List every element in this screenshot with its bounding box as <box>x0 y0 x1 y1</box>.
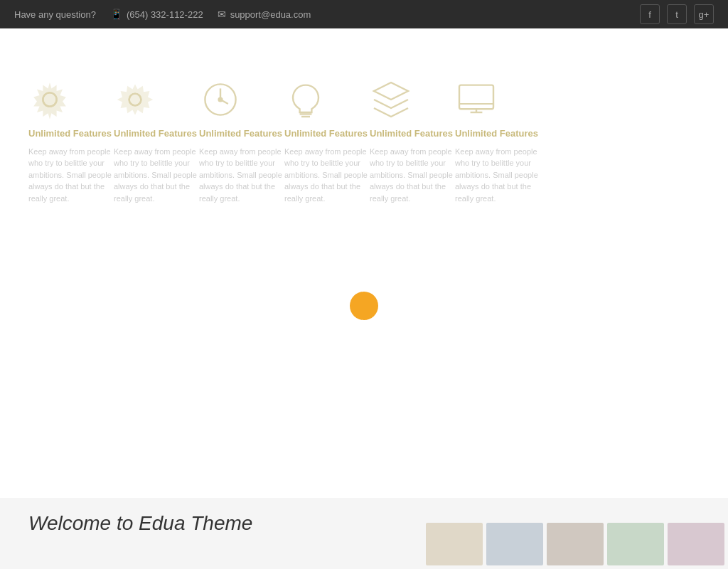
topbar-social: f t g+ <box>640 4 714 24</box>
email-address[interactable]: support@edua.com <box>230 9 311 20</box>
topbar: Have any question? 📱 (654) 332-112-222 ✉… <box>0 0 728 28</box>
bottom-image-1 <box>426 523 483 565</box>
feature-text-6: Keep away from people who try to belittl… <box>455 146 540 205</box>
svg-marker-10 <box>374 83 408 100</box>
feature-icon-3 <box>199 78 242 121</box>
feature-col-2: Unlimited Features Keep away from people… <box>114 78 199 204</box>
email-icon: ✉ <box>218 9 226 20</box>
feature-icon-6 <box>455 78 498 121</box>
phone-contact: 📱 (654) 332-112-222 <box>110 9 203 20</box>
feature-text-3: Keep away from people who try to belittl… <box>199 146 284 205</box>
google-plus-icon[interactable]: g+ <box>694 4 714 24</box>
feature-title-1: Unlimited Features <box>28 128 114 140</box>
feature-col-5: Unlimited Features Keep away from people… <box>370 78 455 204</box>
feature-icon-1 <box>28 78 71 121</box>
feature-col-4: Unlimited Features Keep away from people… <box>284 78 370 204</box>
phone-icon: 📱 <box>110 9 122 20</box>
feature-title-5: Unlimited Features <box>370 128 455 140</box>
topbar-left: Have any question? 📱 (654) 332-112-222 ✉… <box>14 9 311 20</box>
svg-point-7 <box>219 98 223 102</box>
feature-text-1: Keep away from people who try to belittl… <box>28 146 114 205</box>
feature-icon-5 <box>370 78 412 121</box>
bottom-images <box>422 519 728 569</box>
svg-rect-11 <box>459 85 493 110</box>
twitter-icon[interactable]: t <box>667 4 687 24</box>
feature-text-2: Keep away from people who try to belittl… <box>114 146 199 205</box>
bottom-image-2 <box>486 523 543 565</box>
feature-col-1: Unlimited Features Keep away from people… <box>28 78 114 204</box>
facebook-icon[interactable]: f <box>640 4 660 24</box>
feature-title-2: Unlimited Features <box>114 128 199 140</box>
feature-col-3: Unlimited Features Keep away from people… <box>199 78 284 204</box>
bottom-image-4 <box>607 523 664 565</box>
feature-title-6: Unlimited Features <box>455 128 540 140</box>
main-content: Unlimited Features Keep away from people… <box>0 28 728 233</box>
feature-title-4: Unlimited Features <box>284 128 370 140</box>
welcome-title: Welcome to Edua Theme <box>28 512 252 535</box>
phone-number[interactable]: (654) 332-112-222 <box>127 9 203 20</box>
features-row: Unlimited Features Keep away from people… <box>28 78 700 204</box>
bottom-image-5 <box>668 523 724 565</box>
feature-icon-2 <box>114 78 156 121</box>
feature-text-4: Keep away from people who try to belittl… <box>284 146 370 205</box>
question-text: Have any question? <box>14 9 96 20</box>
feature-title-3: Unlimited Features <box>199 128 284 140</box>
feature-text-5: Keep away from people who try to belittl… <box>370 146 455 205</box>
bottom-image-3 <box>547 523 604 565</box>
feature-col-6: Unlimited Features Keep away from people… <box>455 78 540 204</box>
orange-circle-decoration <box>350 292 378 320</box>
feature-icon-4 <box>284 78 327 121</box>
email-contact: ✉ support@edua.com <box>218 9 311 20</box>
